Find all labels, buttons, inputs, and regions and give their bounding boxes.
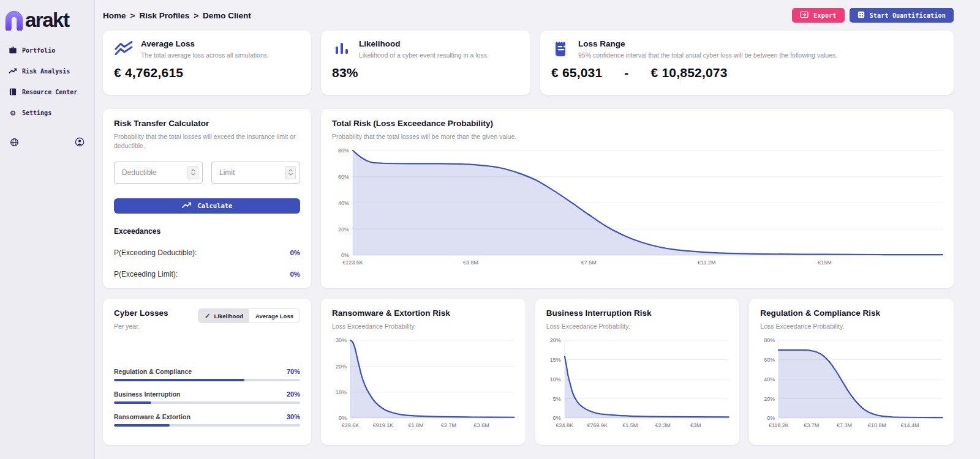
calculate-button[interactable]: Calculate (114, 198, 300, 214)
export-icon (800, 11, 809, 20)
loss-range-card: Loss Range 95% confidence interval that … (540, 31, 954, 95)
briefcase-icon (9, 45, 17, 55)
exceed-limit-row: P(Exceeding Limit): 0% (114, 270, 300, 278)
limit-stepper[interactable] (285, 166, 296, 179)
receipt-icon (551, 39, 571, 58)
deductible-stepper[interactable] (187, 166, 198, 179)
trending-up-icon (182, 202, 192, 210)
average-loss-value: € 4,762,615 (114, 65, 300, 80)
export-button-label: Export (813, 12, 836, 19)
y-tick-label: 30% (336, 337, 347, 343)
toggle-likelihood[interactable]: ✓ Likelihood (198, 309, 249, 323)
cyber-loss-row: Ransomware & Extortion30% (114, 413, 300, 427)
globe-icon[interactable] (10, 138, 19, 149)
logo-text: arakt (25, 10, 69, 30)
risk-transfer-calculator-card: Risk Transfer Calculator Probability tha… (103, 109, 311, 288)
breadcrumb-home[interactable]: Home (103, 11, 126, 20)
cyber-loss-label: Ransomware & Extortion (114, 413, 190, 420)
x-tick-label: €2.3M (655, 422, 671, 428)
cyber-losses-title: Cyber Losses (114, 308, 168, 318)
sidebar: arakt Portfolio Risk Analysis Resource C… (0, 0, 95, 459)
sidebar-item-risk-analysis[interactable]: Risk Analysis (4, 61, 91, 81)
breadcrumb: Home > Risk Profiles > Demo Client (103, 11, 251, 20)
main-content: Home > Risk Profiles > Demo Client Expor… (95, 0, 980, 459)
likelihood-bars-icon (332, 39, 352, 56)
exceed-limit-label: P(Exceeding Limit): (114, 270, 178, 278)
x-tick-label: €769.9K (587, 422, 608, 428)
sidebar-nav: Portfolio Risk Analysis Resource Center … (0, 39, 94, 124)
sidebar-item-label: Risk Analysis (22, 68, 70, 75)
export-button[interactable]: Export (792, 8, 844, 23)
ransomware-risk-chart: 0%10%20%30% €29.6K€919.1K€1.8M€2.7M€3.6M (332, 340, 514, 430)
regulation-compliance-description: Loss Exceedance Probability. (760, 322, 943, 331)
x-tick-label: €11.2M (698, 259, 715, 266)
bottom-row: Cyber Losses Per year. ✓ Likelihood Aver… (103, 299, 954, 445)
gear-icon: ⚙ (9, 108, 17, 118)
y-tick-label: 40% (338, 200, 349, 206)
calculate-button-label: Calculate (198, 202, 233, 209)
exceedances-title: Exceedances (114, 227, 300, 236)
cyber-loss-label: Regulation & Compliance (114, 368, 192, 375)
breadcrumb-current: Demo Client (203, 11, 251, 20)
sidebar-item-portfolio[interactable]: Portfolio (4, 40, 91, 60)
y-tick-label: 60% (338, 174, 349, 180)
sidebar-item-settings[interactable]: ⚙ Settings (4, 103, 91, 122)
x-tick-label: €3.8M (463, 259, 478, 266)
cyber-loss-label: Business Interruption (114, 390, 181, 398)
sidebar-item-resource-center[interactable]: Resource Center (4, 82, 91, 102)
cyber-loss-bar-fill (114, 424, 170, 427)
likelihood-value: 83% (332, 65, 519, 80)
y-tick-label: 20% (764, 396, 775, 402)
x-tick-label: €14.4M (900, 422, 919, 428)
cyber-loss-value: 70% (287, 368, 300, 375)
loss-range-separator: - (624, 65, 628, 80)
average-loss-title: Average Loss (141, 39, 269, 49)
total-risk-description: Probability that the total losses will b… (332, 132, 943, 141)
topbar: Home > Risk Profiles > Demo Client Expor… (103, 0, 954, 31)
cyber-loss-bar (114, 401, 300, 404)
x-tick-label: €10.8M (868, 422, 886, 428)
account-icon[interactable] (75, 137, 85, 149)
logo-arch-icon (5, 9, 23, 31)
start-quantification-label: Start Quantification (870, 12, 946, 19)
check-icon: ✓ (205, 312, 210, 320)
cyber-loss-value: 20% (287, 390, 300, 398)
total-risk-title: Total Risk (Loss Exceedance Probability) (332, 119, 943, 129)
stats-row: Average Loss The total average loss acro… (103, 31, 954, 95)
calculator-icon (858, 11, 865, 20)
x-tick-label: €119.2K (769, 422, 789, 428)
trend-zigzag-icon (9, 66, 17, 76)
limit-field-wrap (211, 162, 300, 184)
x-tick-label: €2.7M (441, 422, 456, 428)
y-tick-label: 10% (550, 376, 561, 382)
y-tick-label: 0% (339, 415, 347, 421)
cyber-losses-description: Per year. (114, 322, 168, 331)
x-tick-label: €29.6K (342, 422, 360, 428)
x-tick-label: €3M (690, 422, 701, 428)
sidebar-item-label: Settings (22, 110, 51, 116)
sidebar-item-label: Resource Center (22, 89, 77, 95)
ransomware-risk-description: Loss Exceedance Probability. (332, 322, 514, 331)
y-tick-label: 0% (767, 415, 775, 421)
breadcrumb-risk-profiles[interactable]: Risk Profiles (139, 11, 189, 20)
likelihood-title: Likelihood (359, 39, 489, 49)
total-risk-card: Total Risk (Loss Exceedance Probability)… (321, 109, 954, 288)
y-tick-label: 15% (550, 357, 561, 363)
cyber-losses-toggle: ✓ Likelihood Average Loss (198, 308, 300, 323)
loss-range-max: € 10,852,073 (651, 65, 728, 80)
y-tick-label: 20% (336, 364, 347, 370)
sidebar-item-label: Portfolio (22, 47, 55, 54)
y-tick-label: 0% (341, 252, 349, 258)
breadcrumb-separator: > (130, 11, 135, 20)
regulation-compliance-title: Regulation & Compliance Risk (760, 308, 943, 318)
logo[interactable]: arakt (0, 7, 94, 39)
book-icon (9, 87, 17, 97)
start-quantification-button[interactable]: Start Quantification (850, 8, 954, 23)
x-tick-label: €24.8K (556, 422, 573, 428)
average-loss-icon (114, 39, 134, 56)
x-tick-label: €919.1K (373, 422, 394, 428)
loss-range-min: € 65,031 (551, 65, 602, 80)
ransomware_extortion-svg (350, 340, 514, 418)
toggle-average-loss[interactable]: Average Loss (249, 309, 300, 323)
total-risk-chart: 0%20%40%60%80% €123.6K€3.8M€7.5M€11.2M€1… (332, 151, 943, 267)
